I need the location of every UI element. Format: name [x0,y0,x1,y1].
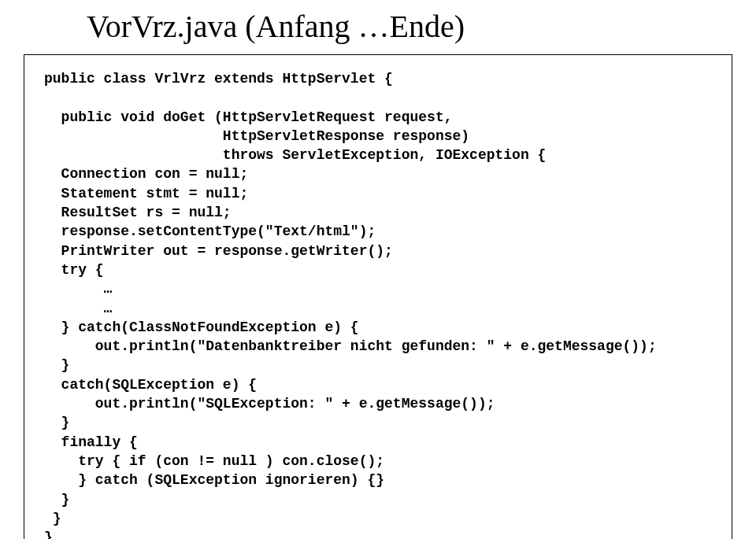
code-line: catch(SQLException e) { [44,377,257,393]
code-line: out.println("Datenbanktreiber nicht gefu… [44,338,657,354]
code-line: try { [44,262,104,278]
code-line: response.setContentType("Text/html"); [44,223,376,239]
code-line: } catch(ClassNotFoundException e) { [44,319,359,335]
code-line: try { if (con != null ) con.close(); [44,453,384,469]
code-line: } [44,511,61,526]
code-line: ResultSet rs = null; [44,205,232,220]
code-line: Connection con = null; [44,166,248,182]
code-line: … [44,281,112,297]
code-line: } [44,357,69,373]
code-line: throws ServletException, IOException { [44,147,546,163]
code-block: public class VrlVrz extends HttpServlet … [44,69,716,539]
code-line: out.println("SQLException: " + e.getMess… [44,396,495,412]
code-line: PrintWriter out = response.getWriter(); [44,243,393,259]
code-line: } catch (SQLException ignorieren) {} [44,472,384,488]
code-line: } [44,492,69,508]
code-line: HttpServletResponse response) [44,128,469,144]
code-line: public class VrlVrz extends HttpServlet … [44,71,393,87]
code-line: } [44,415,69,430]
code-line: Statement stmt = null; [44,186,248,201]
code-line: public void doGet (HttpServletRequest re… [44,109,452,125]
code-box: public class VrlVrz extends HttpServlet … [24,54,732,539]
slide-title: VorVrz.java (Anfang …Ende) [87,8,732,45]
slide-container: VorVrz.java (Anfang …Ende) public class … [0,0,756,539]
code-line: finally { [44,434,138,450]
code-line: … [44,301,112,316]
code-line: } [44,530,53,539]
